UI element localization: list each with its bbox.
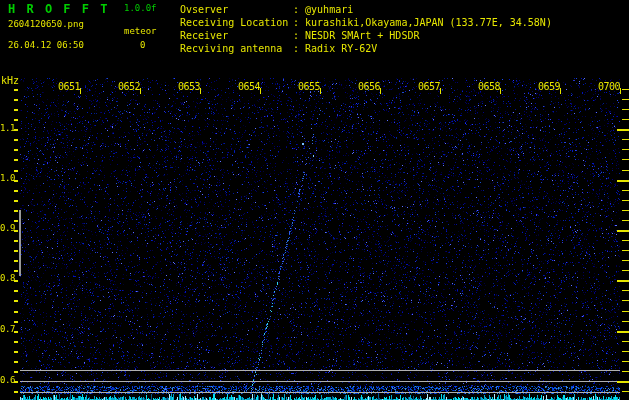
info-label: Recviving antenna [180, 42, 293, 55]
info-value: Radix RY-62V [305, 43, 377, 54]
info-label: Ovserver [180, 3, 293, 16]
freq-label: 0.8 [0, 274, 14, 283]
info-label: Receiving Location [180, 16, 293, 29]
info-row-observer: Ovserver: @yuhmari [180, 3, 552, 16]
freq-label: 0.7 [0, 325, 14, 334]
filename: 2604120650.png [8, 20, 84, 29]
time-label: 0654 [234, 82, 260, 92]
time-label: 0656 [354, 82, 380, 92]
station-info: Ovserver: @yuhmari Receiving Location: k… [180, 3, 552, 55]
info-colon: : [293, 30, 299, 41]
freq-axis-unit: kHz [1, 76, 19, 86]
time-label: 0655 [294, 82, 320, 92]
time-label: 0657 [414, 82, 440, 92]
info-colon: : [293, 17, 299, 28]
info-row-location: Receiving Location: kurashiki,Okayama,JA… [180, 16, 552, 29]
time-label: 0653 [174, 82, 200, 92]
time-label: 0700 [594, 82, 620, 92]
app-title: H R O F F T [8, 3, 109, 15]
info-colon: : [293, 4, 299, 15]
info-value: @yuhmari [305, 4, 353, 15]
freq-label: 1.1 [0, 124, 14, 133]
time-label: 0652 [114, 82, 140, 92]
info-value: kurashiki,Okayama,JAPAN (133.77E, 34.58N… [305, 17, 552, 28]
freq-label: 0.9 [0, 224, 14, 233]
freq-label: 0.6 [0, 376, 14, 385]
info-row-receiver: Receiver: NESDR SMArt + HDSDR [180, 29, 552, 42]
time-label: 0651 [54, 82, 80, 92]
info-row-antenna: Recviving antenna: Radix RY-62V [180, 42, 552, 55]
time-label: 0659 [534, 82, 560, 92]
hrofft-screen: H R O F F T 1.0.0f 2604120650.png meteor… [0, 0, 629, 400]
spectrogram-canvas [0, 0, 629, 400]
datetime: 26.04.12 06:50 [8, 41, 84, 50]
meteor-label: meteor [124, 27, 157, 36]
app-version: 1.0.0f [124, 4, 157, 13]
time-label: 0658 [474, 82, 500, 92]
info-label: Receiver [180, 29, 293, 42]
info-colon: : [293, 43, 299, 54]
meteor-count: 0 [140, 41, 145, 50]
freq-label: 1.0 [0, 174, 14, 183]
info-value: NESDR SMArt + HDSDR [305, 30, 419, 41]
